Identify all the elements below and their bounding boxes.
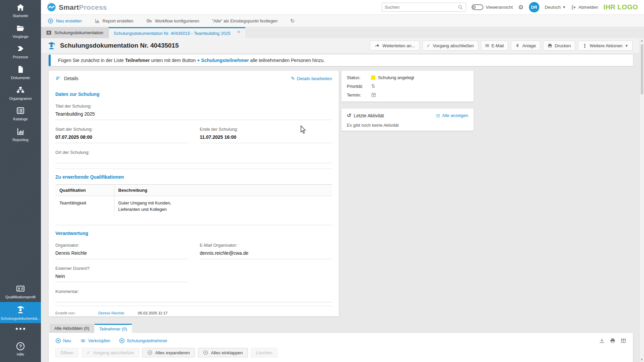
id-card-icon xyxy=(16,284,25,293)
toggle-icon xyxy=(472,4,483,10)
collapse-all-button[interactable]: Alles einklappen xyxy=(198,348,248,357)
language-selector[interactable]: Deutsch ▼ xyxy=(545,5,566,10)
user-avatar[interactable]: DR xyxy=(529,2,539,12)
training-location-value xyxy=(55,158,332,163)
scrollbar-thumb[interactable] xyxy=(641,44,643,95)
print-list-icon[interactable] xyxy=(610,338,615,344)
mail-icon: ✉ xyxy=(485,43,489,48)
viewer-toggle[interactable]: Vieweransicht xyxy=(472,4,513,10)
close-process-row-button[interactable]: ✓ Vorgang abschließen xyxy=(82,348,139,357)
hint-banner: Fügen Sie zunächst in der Liste Teilnehm… xyxy=(49,55,633,66)
set-entrypoint-button[interactable]: "Alle" als Einstiegspunkt festlegen xyxy=(212,18,278,23)
sidebar-more-button[interactable] xyxy=(0,323,41,335)
email-button[interactable]: ✉ E-Mail xyxy=(481,41,508,51)
report-chart-icon xyxy=(95,18,100,23)
tab-schulungsdokumentation-list[interactable]: Schulungsdokumentation xyxy=(41,27,109,38)
forward-button[interactable]: Weiterleiten an... xyxy=(370,41,419,51)
priority-sort-icon[interactable]: ⇅ xyxy=(371,83,375,89)
page-actions: Weiterleiten an... ✓ Vorgang abschließen… xyxy=(370,41,633,51)
open-button[interactable]: Öffnen xyxy=(55,348,78,357)
hint-participant-link[interactable]: + Schulungsteilnehmer xyxy=(197,58,249,63)
qual-col-header-beschreibung: Beschreibung xyxy=(114,185,332,196)
top-header: SmartProcess Vieweransicht ⚙ DR Deutsch … xyxy=(41,0,644,15)
modified-by-link[interactable]: Dennis Reichle xyxy=(98,316,138,317)
document-icon xyxy=(16,65,25,74)
vertical-scrollbar[interactable]: ▲ ▼ xyxy=(639,38,644,362)
list-icon xyxy=(436,113,440,118)
field-training-start: Start der Schulung: 07.07.2025 08:00 xyxy=(55,127,188,143)
sidebar-item-hilfe[interactable]: ? Hilfe xyxy=(0,339,41,359)
graduation-title-icon xyxy=(47,41,56,50)
details-panel-title: Details xyxy=(64,76,78,81)
close-process-button[interactable]: ✓ Vorgang abschließen xyxy=(422,41,478,51)
tab-teilnehmer[interactable]: Teilnehmer (0) xyxy=(95,324,132,333)
plus-circle-icon xyxy=(119,338,125,344)
show-all-activities-link[interactable]: Alle anzeigen xyxy=(436,113,468,118)
participants-tabstrip: Alle Aktivitäten (0) Teilnehmer (0) xyxy=(50,324,132,333)
catalog-icon xyxy=(16,106,25,115)
sidebar: Startseite Vorgänge Prozesse Dokumente O… xyxy=(0,0,41,362)
calendar-icon[interactable] xyxy=(371,92,376,98)
record-meta: Erstellt von: Dennis Reichle 05.02.2025 … xyxy=(55,310,332,316)
edit-details-button[interactable]: ✎ Details bearbeiten xyxy=(291,76,332,81)
collapse-circle-icon xyxy=(203,350,208,355)
details-lines-icon xyxy=(55,76,61,81)
folder-icon xyxy=(16,24,25,33)
sidebar-item-organigramm[interactable]: Organigramm xyxy=(0,83,41,104)
expand-all-button[interactable]: Alles expandieren xyxy=(142,348,195,357)
more-actions-button[interactable]: ⋮ Weitere Aktionen ▼ xyxy=(578,41,633,51)
create-new-button[interactable]: Neu erstellen xyxy=(48,18,82,24)
download-icon[interactable] xyxy=(599,338,605,344)
close-tab-icon[interactable]: × xyxy=(237,28,240,35)
attachment-button[interactable]: Anlage xyxy=(511,41,540,51)
check-icon: ✓ xyxy=(87,350,91,355)
check-icon: ✓ xyxy=(427,43,431,48)
sidebar-item-vorgaenge[interactable]: Vorgänge xyxy=(0,21,41,42)
logout-button[interactable]: Abmelden xyxy=(571,5,598,10)
chain-link-icon xyxy=(80,338,86,343)
tab-alle-aktivitaeten[interactable]: Alle Aktivitäten (0) xyxy=(50,324,94,333)
tab-schulungsdokumentation-detail[interactable]: Schulungsdokumentation Nr. 40435015 - Te… xyxy=(109,27,245,38)
search-icon[interactable] xyxy=(458,4,463,10)
scroll-up-icon[interactable]: ▲ xyxy=(640,38,643,43)
activity-panel: ↺ Letzte Aktivität Alle anzeigen Es gibt… xyxy=(341,109,474,131)
new-button[interactable]: Neu xyxy=(55,338,71,344)
add-participant-button[interactable]: Schulungsteilnehmer xyxy=(119,338,167,344)
status-badge: Schulung angelegt xyxy=(378,75,414,80)
settings-gear-icon[interactable]: ⚙ xyxy=(518,4,524,10)
status-color-icon xyxy=(371,75,375,80)
search-input[interactable] xyxy=(385,5,455,10)
scroll-down-icon[interactable]: ▼ xyxy=(640,357,643,362)
print-button[interactable]: Drucken xyxy=(543,41,575,51)
qual-desc-cell: Guter Umgang mit Kunden, Lieferanten und… xyxy=(114,196,332,217)
sidebar-item-startseite[interactable]: Startseite xyxy=(0,0,41,21)
table-row[interactable]: Teamfähigkeit Guter Umgang mit Kunden, L… xyxy=(55,196,332,217)
organizer-email-value: dennis.reichle@cwa.de xyxy=(200,250,332,259)
brand-secondary: Process xyxy=(79,3,107,11)
status-panel: Status: Schulung angelegt Priorität: ⇅ T… xyxy=(341,71,474,102)
viewer-toggle-label: Vieweransicht xyxy=(486,5,513,10)
configure-workflow-button[interactable]: ⚙⚙ Workflow konfigurieren xyxy=(146,18,199,23)
sidebar-item-schulungsdokumentation[interactable]: Schulungsdokumentat... xyxy=(0,302,41,323)
sidebar-item-qualifikationsprofil[interactable]: Qualifikationsprofil xyxy=(0,281,41,302)
field-training-end: Ende der Schulung: 11.07.2025 16:00 xyxy=(200,127,332,143)
section-divider xyxy=(55,306,332,306)
sidebar-item-prozesse[interactable]: Prozesse xyxy=(0,41,41,62)
sidebar-item-dokumente[interactable]: Dokumente xyxy=(0,62,41,83)
sidebar-item-reporting[interactable]: Reporting xyxy=(0,124,41,145)
columns-icon[interactable] xyxy=(621,338,626,344)
delete-button[interactable]: Löschen xyxy=(251,348,277,357)
ellipsis-icon xyxy=(16,328,18,330)
kebab-icon: ⋮ xyxy=(582,43,587,48)
created-by-link[interactable]: Dennis Reichle xyxy=(98,310,138,316)
create-report-button[interactable]: Report erstellen xyxy=(95,18,133,23)
sidebar-item-kataloge[interactable]: Kataloge xyxy=(0,103,41,124)
link-button[interactable]: Verknüpfen xyxy=(80,338,110,343)
sidebar-spacer xyxy=(0,144,41,281)
page-title: Schulungsdokumentation Nr. 40435015 xyxy=(60,42,179,49)
reset-view-icon[interactable]: ↻ xyxy=(290,18,295,24)
app-logo[interactable]: SmartProcess xyxy=(47,3,107,12)
bar-chart-icon xyxy=(16,127,25,136)
field-training-location: Ort der Schulung: xyxy=(55,150,332,163)
qual-name-cell: Teamfähigkeit xyxy=(55,196,114,217)
